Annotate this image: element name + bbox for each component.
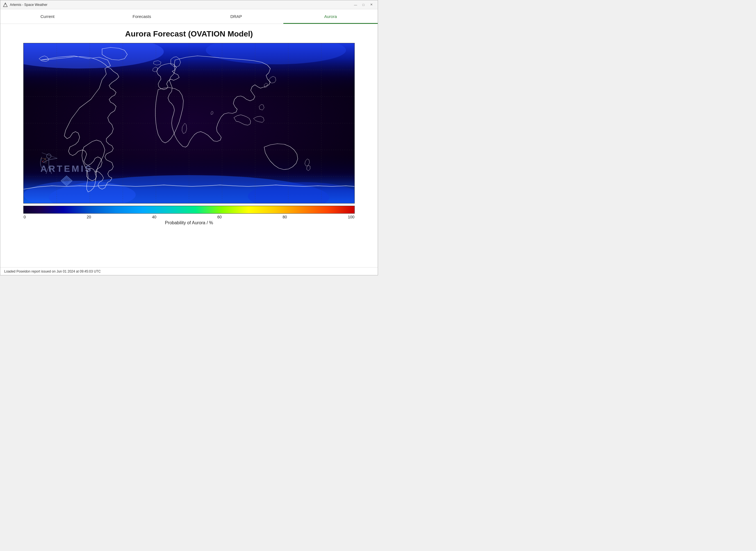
colorbar-label-20: 20 [87,215,91,219]
titlebar-left: Artemis - Space Weather [3,3,47,7]
aurora-map: 🏹 ARTEMIS [24,43,354,203]
tab-aurora[interactable]: Aurora [283,10,378,24]
colorbar-label-80: 80 [283,215,287,219]
colorbar-label-40: 40 [152,215,156,219]
artemis-logo-diamond [58,175,75,186]
page-title: Aurora Forecast (OVATION Model) [125,29,253,38]
colorbar-label-60: 60 [218,215,222,219]
titlebar: Artemis - Space Weather — □ ✕ [0,0,378,9]
close-button[interactable]: ✕ [368,2,375,8]
window-title: Artemis - Space Weather [10,3,47,7]
aurora-map-container: 🏹 ARTEMIS [23,43,355,203]
svg-marker-0 [3,3,7,7]
svg-point-1 [5,3,6,4]
minimize-button[interactable]: — [352,2,359,8]
tab-forecasts[interactable]: Forecasts [95,10,189,24]
status-text: Loaded Poseidon report issued on Jun 01 … [4,269,101,273]
watermark: 🏹 ARTEMIS [40,158,93,186]
colorbar-label-0: 0 [24,215,26,219]
colorbar [23,206,355,213]
app-window: Artemis - Space Weather — □ ✕ Current Fo… [0,0,378,276]
statusbar: Loaded Poseidon report issued on Jun 01 … [0,267,378,275]
maximize-button[interactable]: □ [360,2,367,8]
main-content: Aurora Forecast (OVATION Model) [0,24,378,267]
app-icon [3,3,8,7]
colorbar-labels: 0 20 40 60 80 100 [23,215,355,219]
colorbar-title: Probability of Aurora / % [23,220,355,225]
watermark-text: ARTEMIS [40,164,93,174]
svg-line-28 [42,153,57,158]
colorbar-label-100: 100 [348,215,354,219]
colorbar-section: 0 20 40 60 80 100 Probability of Aurora … [23,206,355,225]
svg-point-25 [47,154,51,158]
navbar: Current Forecasts DRAP Aurora [0,9,378,24]
tab-drap[interactable]: DRAP [189,10,283,24]
titlebar-controls: — □ ✕ [352,2,375,8]
tab-current[interactable]: Current [0,10,95,24]
